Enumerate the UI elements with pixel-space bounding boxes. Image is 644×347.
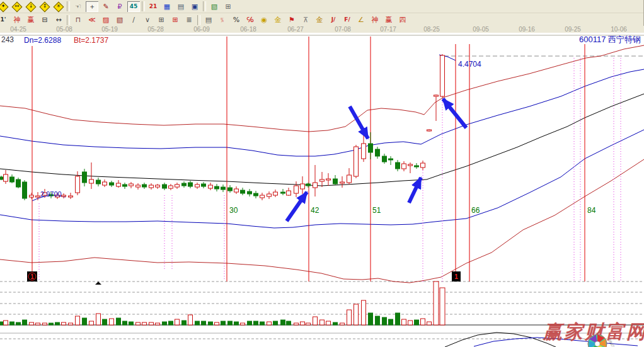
ying-tool-icon[interactable]: 赢 [25,14,37,25]
room-percent-icon-glyph: ℅ [246,16,253,23]
calendar-21-icon-glyph: 21 [149,4,158,9]
period-count-label-42: 42 [311,206,319,215]
red-grid-tool-icon-glyph: ⊞ [172,16,178,23]
nav-diamond-left-icon-glyph: ✦ [1,4,6,9]
save-disk-icon-glyph: ▣ [192,3,198,10]
date-tick-05-08: 05-08 [56,26,72,33]
toolbar-row-1: ✦↔↓↕✳☜＋✎₽4521▦▤▣▧⊞ [0,0,643,13]
toolbar-separator [67,1,70,11]
parallel-lines-icon-glyph: ≣ [186,16,192,23]
date-tick-08-25: 08-25 [423,26,440,33]
gann-box-icon-glyph: ⊓ [76,16,81,23]
flag-tool-icon[interactable]: ⚑ [285,14,298,25]
f-slope-icon[interactable]: F/ [341,14,354,25]
price-low-label: 2.9700 [40,190,62,198]
ruler-123-icon[interactable]: ⊟ [38,14,51,25]
app-window: { "toolbar": { "row1": [ {"n":"nav-diamo… [0,0,644,347]
picker-tool-icon-glyph: ✎ [103,3,108,10]
flag-tool-icon-glyph: ⚑ [289,16,295,23]
bt-indicator-label: Bt=2.1737 [74,36,108,45]
date-tick-06-18: 06-18 [240,26,256,33]
list-tool-icon[interactable]: ▤ [202,14,215,25]
shen-tool-icon[interactable]: 神 [11,14,23,25]
toolbar-row-2: 1'神赢⊟↔⊓≪▨▧∕∨⊞⊞≣▤﹪%℅◉金⚑⊼金J/F/∠神赢四 [0,13,643,27]
measure-width-icon[interactable]: ↔ [52,14,65,25]
ruler-123-icon-glyph: ⊟ [42,16,47,23]
gold-circle-icon-glyph: ◉ [261,16,267,23]
metal-slope-icon[interactable]: ∠ [355,14,367,25]
shade-box-icon[interactable]: ▧ [113,14,126,25]
crosshair-tool-icon[interactable]: ＋ [86,1,98,12]
trend-line-icon[interactable]: ∕ [127,14,140,25]
gold-bars-icon[interactable]: 金 [272,14,284,25]
period-count-label-84: 84 [587,206,596,215]
stock-title: 600117 西宁特钢 [579,35,641,44]
date-tick-10-06: 10-06 [611,26,627,33]
nav-diamond-lr-icon[interactable]: ↔ [11,1,23,12]
bands-layer [0,45,644,283]
date-tick-09-05: 09-05 [473,26,489,33]
picker-tool-icon[interactable]: ✎ [100,1,112,12]
blue-arrow-annotation-1[interactable] [350,106,368,139]
gold-text-icon-glyph: 金 [316,16,323,23]
blue-arrow-annotation-2[interactable] [443,99,466,128]
room-percent-icon[interactable]: ℅ [244,14,256,25]
gann-box-icon[interactable]: ⊓ [72,14,84,25]
hatch-box-icon[interactable]: ▨ [100,14,112,25]
hand-tool-icon-glyph: ☜ [75,3,81,10]
quote-table-icon-glyph: ▦ [164,3,170,10]
print-icon[interactable]: ⊞ [222,1,234,12]
dn-indicator-label: Dn=2.6288 [24,36,61,45]
mark-tool-icon[interactable]: ₽ [113,1,126,12]
quote-table-icon[interactable]: ▦ [161,1,173,12]
date-tick-06-09: 06-09 [193,26,210,33]
balance-tool-icon[interactable]: ⊼ [299,14,312,25]
fan-lines-icon-glyph: ≪ [88,16,96,23]
date-axis: 04-2505-0805-1905-2806-0906-1806-2707-08… [0,26,644,33]
gold-text-icon[interactable]: 金 [313,14,326,25]
annotation-arrows[interactable] [287,99,466,221]
v-curve-icon[interactable]: ∨ [141,14,154,25]
calendar-21-icon[interactable]: 21 [147,1,159,12]
si-slope-icon[interactable]: 四 [396,14,409,25]
palette-icon[interactable]: ▧ [208,1,221,12]
person-percent-icon-glyph: ﹪ [219,16,226,23]
red-grid-tool-icon[interactable]: ⊞ [169,14,181,25]
hand-tool-icon[interactable]: ☜ [72,1,84,12]
shade-box-icon-glyph: ▧ [117,16,123,23]
signal-dotted-lines [39,58,621,282]
report-sheet-icon-glyph: ▤ [178,3,184,10]
shen-tool-icon-glyph: 神 [14,16,21,23]
shen-slope-icon[interactable]: 神 [369,14,381,25]
nav-diamond-down-icon[interactable]: ↓ [25,1,37,12]
report-sheet-icon[interactable]: ▤ [175,1,187,12]
nav-diamond-ud-icon[interactable]: ↕ [38,1,51,12]
shen-slope-icon-glyph: 神 [372,16,379,23]
event-flag-marker-2[interactable]: 1 [454,273,458,280]
blue-arrow-annotation-4[interactable] [287,192,307,221]
gold-circle-icon[interactable]: ◉ [258,14,270,25]
j-slope-icon[interactable]: J/ [327,14,340,25]
period-45-icon[interactable]: 45 [127,1,140,12]
blue-arrow-annotation-3[interactable] [409,178,421,203]
fan-lines-icon[interactable]: ≪ [86,14,98,25]
measure-width-icon-glyph: ↔ [55,16,61,23]
nav-diamond-left-icon[interactable]: ✦ [0,1,9,12]
parallel-lines-icon[interactable]: ≣ [183,14,195,25]
period-count-label-66: 66 [471,206,480,215]
chart-canvas[interactable]: 243 Dn=2.6288 Bt=2.1737 600117 西宁特钢 3042… [0,33,644,347]
date-tick-07-17: 07-17 [380,26,396,33]
angle-tool-icon[interactable]: 1' [0,14,9,25]
crosshair-tool-icon-glyph: ＋ [89,3,96,10]
save-disk-icon[interactable]: ▣ [188,1,201,12]
nav-diamond-star-icon[interactable]: ✳ [52,1,65,12]
si-slope-icon-glyph: 四 [400,16,406,23]
v-curve-icon-glyph: ∨ [145,16,150,23]
ying-slope-icon[interactable]: 赢 [382,14,395,25]
percent-icon[interactable]: % [230,14,243,25]
grid-tool-icon[interactable]: ⊞ [155,14,168,25]
print-icon-glyph: ⊞ [225,3,231,10]
event-flag-marker-1[interactable]: 1 [30,273,34,280]
left-value-label: 243 [1,35,14,44]
person-percent-icon[interactable]: ﹪ [216,14,229,25]
